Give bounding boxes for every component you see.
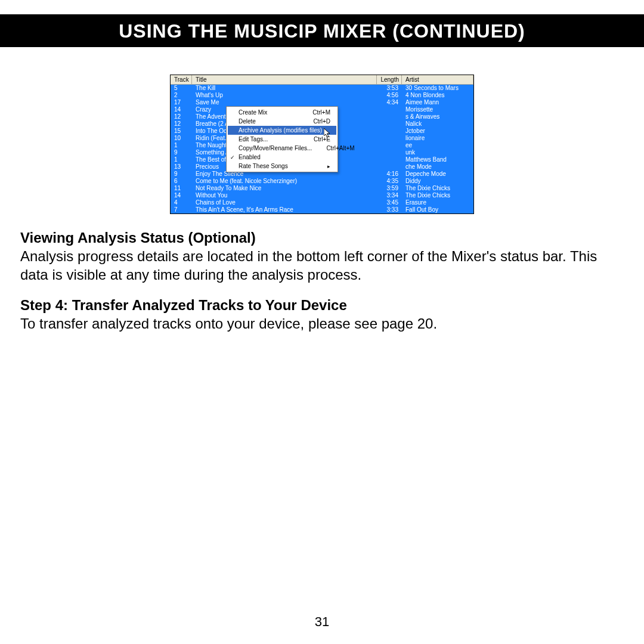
column-header-artist: Artist — [402, 75, 473, 84]
cell-track: 12 — [171, 113, 192, 120]
mixer-tracklist-screenshot: Track Title Length Artist 5The Kill3:533… — [170, 75, 474, 214]
table-row[interactable]: 6Come to Me (feat. Nicole Scherzinger)4:… — [171, 178, 473, 185]
table-row[interactable]: 7This Ain't A Scene, It's An Arms Race3:… — [171, 206, 473, 213]
menu-item-copy-move-rename[interactable]: Copy/Move/Rename Files... Ctrl+Alt+M — [228, 144, 336, 153]
cell-artist: Nalick — [402, 120, 473, 128]
cell-length: 4:35 — [378, 178, 402, 185]
cell-track: 17 — [171, 99, 192, 106]
menu-item-archive-analysis[interactable]: Archive Analysis (modifies files) — [228, 126, 336, 135]
cell-artist: The Dixie Chicks — [402, 185, 473, 192]
cell-track: 14 — [171, 106, 192, 113]
cell-artist: Erasure — [402, 199, 473, 206]
cell-length: 3:45 — [378, 199, 402, 206]
menu-item-delete[interactable]: Delete Ctrl+D — [228, 117, 336, 126]
menu-label: Create Mix — [239, 109, 267, 116]
cell-track: 1 — [171, 156, 192, 163]
cell-length: 3:34 — [378, 192, 402, 199]
cell-length — [378, 128, 402, 135]
cell-length — [378, 149, 402, 156]
cell-title: Not Ready To Make Nice — [192, 185, 378, 192]
menu-item-enabled[interactable]: ✓ Enabled — [228, 153, 336, 162]
menu-shortcut: Ctrl+Alt+M — [326, 145, 354, 151]
cell-track: 14 — [171, 192, 192, 199]
cursor-icon — [324, 128, 331, 139]
cell-length — [378, 106, 402, 113]
cell-track: 15 — [171, 128, 192, 135]
cell-title: Chains of Love — [192, 199, 378, 206]
menu-item-edit-tags[interactable]: Edit Tags... Ctrl+E — [228, 135, 336, 144]
cell-track: 10 — [171, 135, 192, 142]
cell-artist: Diddy — [402, 178, 473, 185]
cell-track: 13 — [171, 163, 192, 171]
cell-length: 4:34 — [378, 99, 402, 106]
cell-track: 5 — [171, 85, 192, 92]
cell-length — [378, 156, 402, 163]
cell-track: 11 — [171, 185, 192, 192]
section-body-step4: To transfer analyzed tracks onto your de… — [20, 315, 624, 333]
menu-item-rate-songs[interactable]: Rate These Songs ▸ — [228, 162, 336, 171]
tracklist-body: 5The Kill3:5330 Seconds to Mars2What's U… — [171, 85, 473, 213]
cell-length — [378, 120, 402, 128]
menu-shortcut: Ctrl+D — [313, 118, 330, 125]
table-row[interactable]: 2What's Up4:564 Non Blondes — [171, 92, 473, 99]
cell-length: 4:56 — [378, 92, 402, 99]
context-menu: Create Mix Ctrl+M Delete Ctrl+D Archive … — [226, 106, 338, 172]
cell-title: The Kill — [192, 85, 378, 92]
cell-track: 6 — [171, 178, 192, 185]
cell-track: 12 — [171, 120, 192, 128]
cell-artist: Depeche Mode — [402, 171, 473, 178]
menu-label: Archive Analysis (modifies files) — [239, 127, 322, 134]
menu-label: Copy/Move/Rename Files... — [239, 145, 312, 151]
column-header-length: Length — [377, 75, 402, 84]
cell-track: 2 — [171, 92, 192, 99]
cell-artist: Morissette — [402, 106, 473, 113]
cell-length — [378, 163, 402, 171]
table-row[interactable]: 11Not Ready To Make Nice3:59The Dixie Ch… — [171, 185, 473, 192]
cell-artist: 30 Seconds to Mars — [402, 85, 473, 92]
document-page: USING THE MUSICIP MIXER (CONTINUED) Trac… — [0, 0, 644, 644]
cell-length — [378, 135, 402, 142]
page-number: 31 — [0, 614, 644, 630]
table-row[interactable]: 17Save Me4:34Aimee Mann — [171, 99, 473, 106]
tracklist-header-row: Track Title Length Artist — [171, 75, 473, 85]
cell-track: 9 — [171, 149, 192, 156]
cell-artist: che Mode — [402, 163, 473, 171]
table-row[interactable]: 5The Kill3:5330 Seconds to Mars — [171, 85, 473, 92]
cell-length: 3:59 — [378, 185, 402, 192]
table-row[interactable]: 14Without You3:34The Dixie Chicks — [171, 192, 473, 199]
cell-title: What's Up — [192, 92, 378, 99]
cell-artist: Matthews Band — [402, 156, 473, 163]
cell-artist: 4 Non Blondes — [402, 92, 473, 99]
cell-title: Without You — [192, 192, 378, 199]
menu-label: Edit Tags... — [239, 136, 268, 143]
cell-length — [378, 142, 402, 149]
cell-length: 4:16 — [378, 171, 402, 178]
menu-label: Rate These Songs — [239, 163, 288, 169]
page-title-banner: USING THE MUSICIP MIXER (CONTINUED) — [0, 14, 644, 47]
cell-artist: ee — [402, 142, 473, 149]
cell-track: 1 — [171, 142, 192, 149]
cell-length: 3:33 — [378, 206, 402, 213]
table-row[interactable]: 4Chains of Love3:45Erasure — [171, 199, 473, 206]
cell-artist: lionaire — [402, 135, 473, 142]
menu-item-create-mix[interactable]: Create Mix Ctrl+M — [228, 108, 336, 117]
section-heading-analysis-status: Viewing Analysis Status (Optional) — [20, 230, 624, 246]
cell-track: 9 — [171, 171, 192, 178]
cell-title: Come to Me (feat. Nicole Scherzinger) — [192, 178, 378, 185]
cell-title: This Ain't A Scene, It's An Arms Race — [192, 206, 378, 213]
cell-artist: Jctober — [402, 128, 473, 135]
submenu-arrow-icon: ▸ — [327, 163, 330, 169]
cell-artist: The Dixie Chicks — [402, 192, 473, 199]
cell-title: Save Me — [192, 99, 378, 106]
cell-length — [378, 113, 402, 120]
menu-shortcut: Ctrl+M — [312, 109, 330, 116]
cell-artist: unk — [402, 149, 473, 156]
svg-marker-0 — [324, 128, 330, 137]
cell-track: 7 — [171, 206, 192, 213]
section-body-analysis-status: Analysis progress details are located in… — [20, 247, 624, 284]
section-heading-step4: Step 4: Transfer Analyzed Tracks to Your… — [20, 297, 624, 314]
cell-artist: Aimee Mann — [402, 99, 473, 106]
column-header-track: Track — [171, 75, 192, 84]
menu-label: Delete — [239, 118, 256, 125]
checkmark-icon: ✓ — [230, 154, 235, 160]
